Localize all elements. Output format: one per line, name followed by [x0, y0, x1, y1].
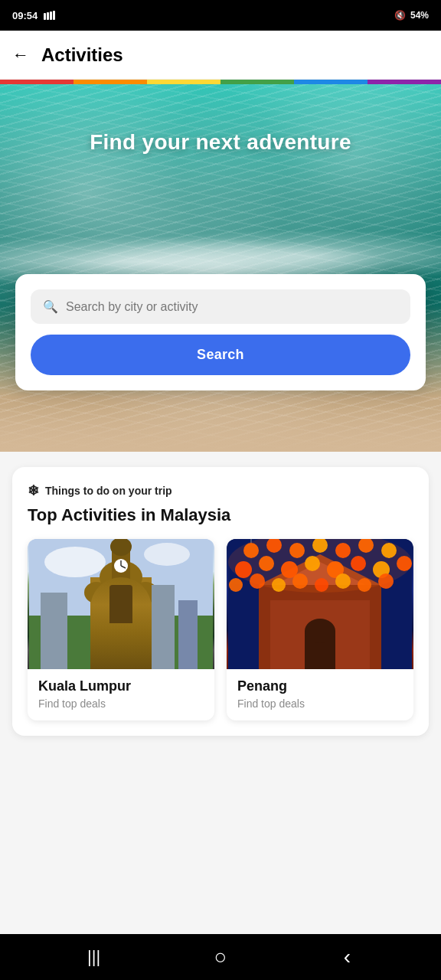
- svg-rect-0: [44, 13, 46, 20]
- city-deals-kl: Find top deals: [38, 697, 204, 710]
- svg-point-29: [305, 619, 335, 643]
- back-button[interactable]: ←: [12, 45, 29, 65]
- search-input-wrapper[interactable]: [31, 289, 410, 324]
- search-card: Search: [15, 274, 426, 390]
- section-tag-label: Things to do on your trip: [45, 485, 172, 497]
- city-image-kl: [28, 539, 214, 669]
- svg-point-18: [113, 628, 129, 649]
- svg-rect-22: [41, 593, 67, 669]
- search-input[interactable]: [66, 300, 398, 314]
- nav-home[interactable]: ○: [202, 939, 239, 975]
- svg-point-5: [44, 547, 106, 577]
- city-deals-penang: Find top deals: [237, 697, 403, 710]
- hero-sand: [0, 406, 441, 452]
- hero-section: Find your next adventure Search: [0, 84, 441, 452]
- svg-point-6: [144, 543, 190, 566]
- city-card-penang-info: Penang Find top deals: [227, 669, 413, 720]
- status-icons: 🔇 54%: [394, 10, 429, 21]
- city-grid: Kuala Lumpur Find top deals: [28, 539, 413, 720]
- activities-section: Things to do on your trip Top Activities…: [0, 467, 441, 766]
- city-card-kl-info: Kuala Lumpur Find top deals: [28, 669, 214, 720]
- svg-rect-8: [90, 577, 152, 669]
- search-icon: [43, 299, 58, 315]
- hero-title-area: Find your next adventure: [0, 130, 441, 155]
- svg-rect-1: [47, 12, 49, 20]
- svg-point-10: [84, 582, 109, 603]
- city-name-penang: Penang: [237, 678, 403, 694]
- nav-recent-apps[interactable]: |||: [76, 939, 113, 975]
- activities-card: Things to do on your trip Top Activities…: [12, 467, 429, 736]
- page-title: Activities: [41, 44, 123, 66]
- svg-point-17: [98, 628, 113, 649]
- svg-point-48: [229, 578, 243, 592]
- svg-rect-21: [178, 600, 198, 669]
- hero-title: Find your next adventure: [0, 130, 441, 155]
- svg-rect-2: [50, 11, 52, 20]
- section-title: Top Activities in Malaysia: [28, 505, 413, 525]
- svg-rect-3: [53, 11, 55, 20]
- section-tag: Things to do on your trip: [28, 482, 413, 499]
- snowflake-icon: [28, 482, 39, 499]
- svg-point-19: [129, 628, 144, 649]
- status-bar: 09:54 🔇 54%: [0, 0, 441, 31]
- city-name-kl: Kuala Lumpur: [38, 678, 204, 694]
- app-header: ← Activities: [0, 31, 441, 80]
- svg-rect-20: [152, 585, 175, 669]
- bottom-navigation: ||| ○ ‹: [0, 934, 441, 980]
- search-button[interactable]: Search: [31, 335, 410, 375]
- nav-back[interactable]: ‹: [328, 939, 365, 975]
- city-card-penang[interactable]: Penang Find top deals: [227, 539, 413, 720]
- status-time: 09:54: [12, 10, 56, 21]
- city-card-kl[interactable]: Kuala Lumpur Find top deals: [28, 539, 214, 720]
